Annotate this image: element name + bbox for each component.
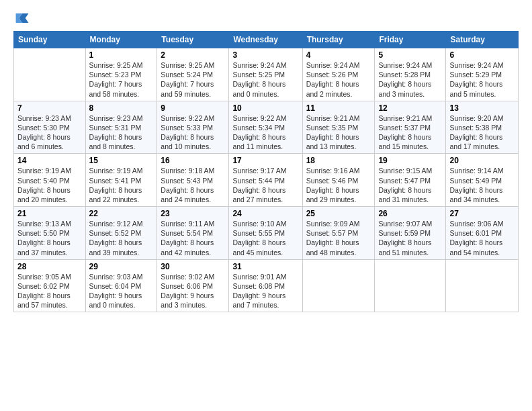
day-number: 20 bbox=[449, 156, 515, 165]
calendar-week-row: 21Sunrise: 9:13 AMSunset: 5:50 PMDayligh… bbox=[14, 207, 519, 260]
calendar-cell: 2Sunrise: 9:25 AMSunset: 5:24 PMDaylight… bbox=[157, 48, 229, 101]
day-info: Sunrise: 9:12 AMSunset: 5:52 PMDaylight:… bbox=[89, 219, 154, 257]
calendar-table: SundayMondayTuesdayWednesdayThursdayFrid… bbox=[13, 31, 519, 312]
day-info: Sunrise: 9:24 AMSunset: 5:29 PMDaylight:… bbox=[449, 60, 515, 99]
day-info: Sunrise: 9:16 AMSunset: 5:46 PMDaylight:… bbox=[306, 166, 371, 204]
day-number: 11 bbox=[306, 103, 371, 113]
weekday-header: Wednesday bbox=[229, 32, 302, 48]
calendar-week-row: 28Sunrise: 9:05 AMSunset: 6:02 PMDayligh… bbox=[14, 259, 519, 312]
calendar-cell: 28Sunrise: 9:05 AMSunset: 6:02 PMDayligh… bbox=[14, 259, 86, 312]
day-info: Sunrise: 9:10 AMSunset: 5:55 PMDaylight:… bbox=[232, 219, 298, 257]
weekday-header: Friday bbox=[375, 32, 446, 48]
calendar-cell: 21Sunrise: 9:13 AMSunset: 5:50 PMDayligh… bbox=[14, 207, 86, 260]
calendar-week-row: 1Sunrise: 9:25 AMSunset: 5:23 PMDaylight… bbox=[14, 48, 519, 101]
logo-icon bbox=[15, 11, 30, 26]
calendar-cell: 31Sunrise: 9:01 AMSunset: 6:08 PMDayligh… bbox=[229, 259, 302, 312]
calendar-cell: 13Sunrise: 9:20 AMSunset: 5:38 PMDayligh… bbox=[446, 101, 519, 154]
calendar-cell bbox=[446, 259, 519, 312]
calendar-cell: 20Sunrise: 9:14 AMSunset: 5:49 PMDayligh… bbox=[446, 154, 519, 207]
day-number: 6 bbox=[449, 50, 515, 60]
weekday-header: Saturday bbox=[446, 32, 519, 48]
day-info: Sunrise: 9:21 AMSunset: 5:37 PMDaylight:… bbox=[378, 113, 442, 152]
day-info: Sunrise: 9:11 AMSunset: 5:54 PMDaylight:… bbox=[161, 219, 225, 257]
day-info: Sunrise: 9:14 AMSunset: 5:49 PMDaylight:… bbox=[449, 166, 515, 204]
calendar-cell: 18Sunrise: 9:16 AMSunset: 5:46 PMDayligh… bbox=[302, 154, 375, 207]
calendar-cell: 14Sunrise: 9:19 AMSunset: 5:40 PMDayligh… bbox=[14, 154, 86, 207]
day-number: 1 bbox=[89, 50, 154, 60]
day-number: 15 bbox=[89, 156, 154, 165]
day-number: 24 bbox=[232, 209, 298, 218]
day-info: Sunrise: 9:06 AMSunset: 6:01 PMDaylight:… bbox=[449, 219, 515, 257]
day-info: Sunrise: 9:13 AMSunset: 5:50 PMDaylight:… bbox=[17, 219, 82, 257]
day-number: 30 bbox=[161, 262, 225, 271]
calendar-cell: 6Sunrise: 9:24 AMSunset: 5:29 PMDaylight… bbox=[446, 48, 519, 101]
day-number: 3 bbox=[232, 50, 298, 60]
calendar-cell: 3Sunrise: 9:24 AMSunset: 5:25 PMDaylight… bbox=[229, 48, 302, 101]
day-number: 5 bbox=[378, 50, 442, 60]
day-number: 25 bbox=[306, 209, 371, 218]
calendar-week-row: 14Sunrise: 9:19 AMSunset: 5:40 PMDayligh… bbox=[14, 154, 519, 207]
day-number: 17 bbox=[232, 156, 298, 165]
day-number: 7 bbox=[17, 103, 82, 113]
calendar-cell: 27Sunrise: 9:06 AMSunset: 6:01 PMDayligh… bbox=[446, 207, 519, 260]
day-number: 14 bbox=[17, 156, 82, 165]
day-number: 29 bbox=[89, 262, 154, 271]
page-container: SundayMondayTuesdayWednesdayThursdayFrid… bbox=[0, 0, 532, 319]
day-info: Sunrise: 9:23 AMSunset: 5:31 PMDaylight:… bbox=[89, 113, 154, 152]
day-number: 4 bbox=[306, 50, 371, 60]
day-info: Sunrise: 9:17 AMSunset: 5:44 PMDaylight:… bbox=[232, 166, 298, 204]
day-info: Sunrise: 9:22 AMSunset: 5:33 PMDaylight:… bbox=[161, 113, 225, 152]
calendar-cell: 4Sunrise: 9:24 AMSunset: 5:26 PMDaylight… bbox=[302, 48, 375, 101]
day-info: Sunrise: 9:18 AMSunset: 5:43 PMDaylight:… bbox=[161, 166, 225, 204]
weekday-header: Monday bbox=[85, 32, 157, 48]
day-info: Sunrise: 9:24 AMSunset: 5:25 PMDaylight:… bbox=[232, 60, 298, 99]
day-info: Sunrise: 9:02 AMSunset: 6:06 PMDaylight:… bbox=[161, 272, 225, 310]
day-number: 21 bbox=[17, 209, 82, 218]
calendar-week-row: 7Sunrise: 9:23 AMSunset: 5:30 PMDaylight… bbox=[14, 101, 519, 154]
day-info: Sunrise: 9:09 AMSunset: 5:57 PMDaylight:… bbox=[306, 219, 371, 257]
day-info: Sunrise: 9:01 AMSunset: 6:08 PMDaylight:… bbox=[232, 272, 298, 310]
day-number: 26 bbox=[378, 209, 442, 218]
day-info: Sunrise: 9:25 AMSunset: 5:23 PMDaylight:… bbox=[89, 60, 154, 99]
weekday-header: Thursday bbox=[302, 32, 375, 48]
calendar-cell: 10Sunrise: 9:22 AMSunset: 5:34 PMDayligh… bbox=[229, 101, 302, 154]
calendar-cell: 8Sunrise: 9:23 AMSunset: 5:31 PMDaylight… bbox=[85, 101, 157, 154]
day-info: Sunrise: 9:25 AMSunset: 5:24 PMDaylight:… bbox=[161, 60, 225, 99]
day-info: Sunrise: 9:19 AMSunset: 5:40 PMDaylight:… bbox=[17, 166, 82, 204]
calendar-cell: 17Sunrise: 9:17 AMSunset: 5:44 PMDayligh… bbox=[229, 154, 302, 207]
day-info: Sunrise: 9:03 AMSunset: 6:04 PMDaylight:… bbox=[89, 272, 154, 310]
day-number: 22 bbox=[89, 209, 154, 218]
day-number: 9 bbox=[161, 103, 225, 113]
calendar-cell: 23Sunrise: 9:11 AMSunset: 5:54 PMDayligh… bbox=[157, 207, 229, 260]
day-info: Sunrise: 9:07 AMSunset: 5:59 PMDaylight:… bbox=[378, 219, 442, 257]
day-info: Sunrise: 9:23 AMSunset: 5:30 PMDaylight:… bbox=[17, 113, 82, 152]
day-info: Sunrise: 9:05 AMSunset: 6:02 PMDaylight:… bbox=[17, 272, 82, 310]
calendar-header-row: SundayMondayTuesdayWednesdayThursdayFrid… bbox=[14, 32, 519, 48]
calendar-cell: 22Sunrise: 9:12 AMSunset: 5:52 PMDayligh… bbox=[85, 207, 157, 260]
calendar-cell: 1Sunrise: 9:25 AMSunset: 5:23 PMDaylight… bbox=[85, 48, 157, 101]
day-info: Sunrise: 9:22 AMSunset: 5:34 PMDaylight:… bbox=[232, 113, 298, 152]
header bbox=[13, 11, 519, 26]
day-number: 19 bbox=[378, 156, 442, 165]
calendar-cell: 5Sunrise: 9:24 AMSunset: 5:28 PMDaylight… bbox=[375, 48, 446, 101]
weekday-header: Tuesday bbox=[157, 32, 229, 48]
day-number: 12 bbox=[378, 103, 442, 113]
calendar-cell bbox=[375, 259, 446, 312]
day-number: 13 bbox=[449, 103, 515, 113]
day-number: 2 bbox=[161, 50, 225, 60]
day-number: 18 bbox=[306, 156, 371, 165]
calendar-cell: 30Sunrise: 9:02 AMSunset: 6:06 PMDayligh… bbox=[157, 259, 229, 312]
day-info: Sunrise: 9:24 AMSunset: 5:28 PMDaylight:… bbox=[378, 60, 442, 99]
day-number: 10 bbox=[232, 103, 298, 113]
day-number: 8 bbox=[89, 103, 154, 113]
calendar-cell: 7Sunrise: 9:23 AMSunset: 5:30 PMDaylight… bbox=[14, 101, 86, 154]
day-number: 31 bbox=[232, 262, 298, 271]
day-number: 27 bbox=[449, 209, 515, 218]
calendar-cell: 12Sunrise: 9:21 AMSunset: 5:37 PMDayligh… bbox=[375, 101, 446, 154]
calendar-cell: 11Sunrise: 9:21 AMSunset: 5:35 PMDayligh… bbox=[302, 101, 375, 154]
calendar-cell: 19Sunrise: 9:15 AMSunset: 5:47 PMDayligh… bbox=[375, 154, 446, 207]
day-number: 23 bbox=[161, 209, 225, 218]
calendar-cell: 9Sunrise: 9:22 AMSunset: 5:33 PMDaylight… bbox=[157, 101, 229, 154]
day-number: 28 bbox=[17, 262, 82, 271]
calendar-cell: 24Sunrise: 9:10 AMSunset: 5:55 PMDayligh… bbox=[229, 207, 302, 260]
